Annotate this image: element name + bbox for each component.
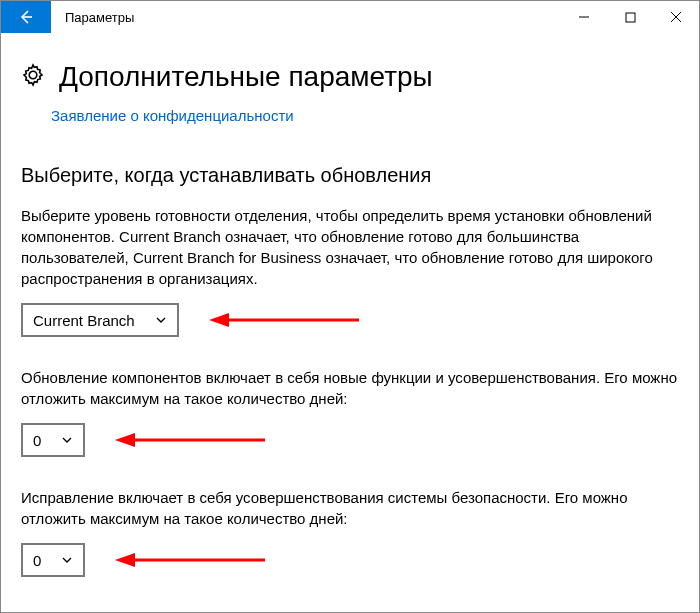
chevron-down-icon bbox=[61, 434, 73, 446]
svg-rect-2 bbox=[626, 13, 635, 22]
feature-defer-days-value: 0 bbox=[33, 432, 41, 449]
branch-level-value: Current Branch bbox=[33, 312, 135, 329]
close-icon bbox=[670, 11, 682, 23]
content-area: Дополнительные параметры Заявление о кон… bbox=[1, 33, 699, 577]
svg-marker-10 bbox=[115, 553, 135, 567]
annotation-arrow-icon bbox=[115, 548, 265, 572]
annotation-arrow-icon bbox=[209, 308, 359, 332]
quality-defer-description: Исправление включает в себя усовершенств… bbox=[21, 487, 679, 529]
feature-defer-description: Обновление компонентов включает в себя н… bbox=[21, 367, 679, 409]
chevron-down-icon bbox=[155, 314, 167, 326]
minimize-icon bbox=[578, 11, 590, 23]
maximize-icon bbox=[625, 12, 636, 23]
minimize-button[interactable] bbox=[561, 1, 607, 33]
back-button[interactable] bbox=[1, 1, 51, 33]
branch-level-select[interactable]: Current Branch bbox=[21, 303, 179, 337]
section-heading: Выберите, когда устанавливать обновления bbox=[21, 164, 679, 187]
svg-marker-8 bbox=[115, 433, 135, 447]
chevron-down-icon bbox=[61, 554, 73, 566]
window-title: Параметры bbox=[51, 1, 561, 33]
branch-description: Выберите уровень готовности отделения, ч… bbox=[21, 205, 679, 289]
back-arrow-icon bbox=[17, 8, 35, 26]
page-title: Дополнительные параметры bbox=[59, 61, 433, 93]
gear-icon bbox=[21, 63, 45, 91]
window-controls bbox=[561, 1, 699, 33]
feature-defer-days-select[interactable]: 0 bbox=[21, 423, 85, 457]
maximize-button[interactable] bbox=[607, 1, 653, 33]
close-button[interactable] bbox=[653, 1, 699, 33]
page-header: Дополнительные параметры bbox=[21, 61, 679, 93]
quality-defer-days-select[interactable]: 0 bbox=[21, 543, 85, 577]
svg-marker-6 bbox=[209, 313, 229, 327]
annotation-arrow-icon bbox=[115, 428, 265, 452]
titlebar: Параметры bbox=[1, 1, 699, 33]
privacy-statement-link[interactable]: Заявление о конфиденциальности bbox=[51, 107, 294, 124]
quality-defer-days-value: 0 bbox=[33, 552, 41, 569]
